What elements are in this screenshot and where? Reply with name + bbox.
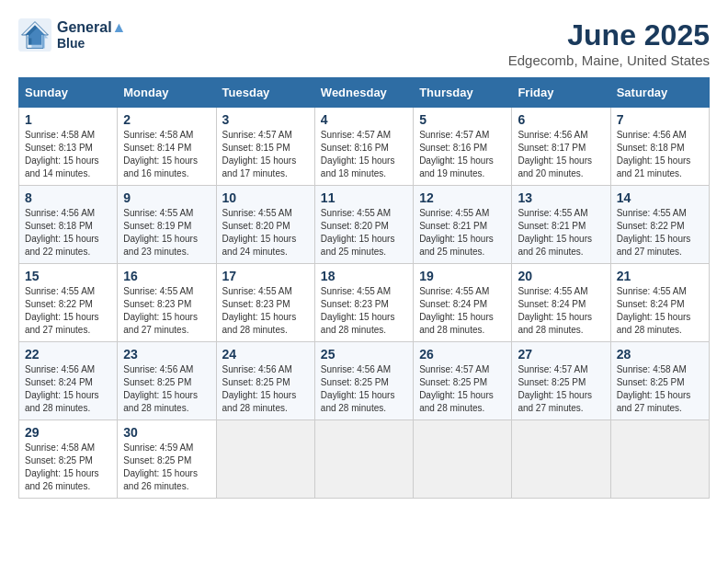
calendar-cell: 11Sunrise: 4:55 AMSunset: 8:20 PMDayligh… <box>314 186 413 264</box>
calendar-week-row: 8Sunrise: 4:56 AMSunset: 8:18 PMDaylight… <box>19 186 710 264</box>
day-number: 1 <box>25 112 111 127</box>
day-number: 4 <box>321 112 407 127</box>
calendar-header-row: SundayMondayTuesdayWednesdayThursdayFrid… <box>19 78 710 108</box>
calendar-cell <box>512 420 610 499</box>
day-info: Sunrise: 4:55 AMSunset: 8:23 PMDaylight:… <box>222 285 309 337</box>
title-block: June 2025 Edgecomb, Maine, United States <box>508 18 710 68</box>
calendar-cell: 7Sunrise: 4:56 AMSunset: 8:18 PMDaylight… <box>610 108 709 186</box>
calendar-cell: 30Sunrise: 4:59 AMSunset: 8:25 PMDayligh… <box>118 420 216 499</box>
day-info: Sunrise: 4:56 AMSunset: 8:25 PMDaylight:… <box>123 363 210 415</box>
calendar-cell: 25Sunrise: 4:56 AMSunset: 8:25 PMDayligh… <box>314 342 413 420</box>
calendar-week-row: 15Sunrise: 4:55 AMSunset: 8:22 PMDayligh… <box>19 264 710 342</box>
day-info: Sunrise: 4:58 AMSunset: 8:13 PMDaylight:… <box>25 129 111 180</box>
day-number: 30 <box>123 425 210 440</box>
header-thursday: Thursday <box>414 78 512 108</box>
calendar-cell: 5Sunrise: 4:57 AMSunset: 8:16 PMDaylight… <box>414 108 512 186</box>
calendar-cell: 26Sunrise: 4:57 AMSunset: 8:25 PMDayligh… <box>414 342 512 420</box>
day-info: Sunrise: 4:55 AMSunset: 8:24 PMDaylight:… <box>617 285 703 337</box>
calendar-cell: 23Sunrise: 4:56 AMSunset: 8:25 PMDayligh… <box>118 342 216 420</box>
header-sunday: Sunday <box>19 78 118 108</box>
calendar-week-row: 1Sunrise: 4:58 AMSunset: 8:13 PMDaylight… <box>19 108 710 186</box>
calendar-cell: 16Sunrise: 4:55 AMSunset: 8:23 PMDayligh… <box>118 264 216 342</box>
day-number: 16 <box>123 269 210 283</box>
logo: General▲ Blue <box>18 18 126 52</box>
day-info: Sunrise: 4:55 AMSunset: 8:22 PMDaylight:… <box>25 285 111 337</box>
calendar-cell: 24Sunrise: 4:56 AMSunset: 8:25 PMDayligh… <box>216 342 314 420</box>
day-number: 24 <box>222 347 309 362</box>
day-info: Sunrise: 4:55 AMSunset: 8:22 PMDaylight:… <box>617 207 703 259</box>
day-info: Sunrise: 4:55 AMSunset: 8:20 PMDaylight:… <box>222 207 309 259</box>
day-number: 3 <box>222 112 309 127</box>
day-number: 13 <box>518 190 604 205</box>
calendar-cell: 13Sunrise: 4:55 AMSunset: 8:21 PMDayligh… <box>512 186 610 264</box>
header-monday: Monday <box>118 78 216 108</box>
logo-text: General▲ Blue <box>57 18 126 52</box>
day-info: Sunrise: 4:55 AMSunset: 8:21 PMDaylight:… <box>419 207 506 259</box>
day-info: Sunrise: 4:55 AMSunset: 8:21 PMDaylight:… <box>518 207 604 259</box>
calendar-cell: 22Sunrise: 4:56 AMSunset: 8:24 PMDayligh… <box>19 342 118 420</box>
day-info: Sunrise: 4:55 AMSunset: 8:23 PMDaylight:… <box>321 285 407 337</box>
day-info: Sunrise: 4:56 AMSunset: 8:24 PMDaylight:… <box>25 363 111 415</box>
day-number: 25 <box>321 347 407 362</box>
day-info: Sunrise: 4:57 AMSunset: 8:16 PMDaylight:… <box>321 129 407 180</box>
calendar-cell: 2Sunrise: 4:58 AMSunset: 8:14 PMDaylight… <box>118 108 216 186</box>
day-info: Sunrise: 4:56 AMSunset: 8:25 PMDaylight:… <box>222 363 309 415</box>
day-info: Sunrise: 4:57 AMSunset: 8:15 PMDaylight:… <box>222 129 309 180</box>
logo-icon <box>18 18 51 52</box>
calendar-cell: 18Sunrise: 4:55 AMSunset: 8:23 PMDayligh… <box>314 264 413 342</box>
day-number: 8 <box>25 190 111 205</box>
calendar-cell: 15Sunrise: 4:55 AMSunset: 8:22 PMDayligh… <box>19 264 118 342</box>
calendar-cell: 29Sunrise: 4:58 AMSunset: 8:25 PMDayligh… <box>19 420 118 499</box>
calendar-cell: 9Sunrise: 4:55 AMSunset: 8:19 PMDaylight… <box>118 186 216 264</box>
day-number: 17 <box>222 269 309 283</box>
calendar-cell: 28Sunrise: 4:58 AMSunset: 8:25 PMDayligh… <box>610 342 709 420</box>
main-title: June 2025 <box>508 18 710 52</box>
header-saturday: Saturday <box>610 78 709 108</box>
day-number: 9 <box>123 190 210 205</box>
day-number: 12 <box>419 190 506 205</box>
day-number: 21 <box>617 269 703 283</box>
day-number: 18 <box>321 269 407 283</box>
calendar-cell: 8Sunrise: 4:56 AMSunset: 8:18 PMDaylight… <box>19 186 118 264</box>
calendar-cell: 14Sunrise: 4:55 AMSunset: 8:22 PMDayligh… <box>610 186 709 264</box>
day-info: Sunrise: 4:55 AMSunset: 8:20 PMDaylight:… <box>321 207 407 259</box>
day-number: 28 <box>617 347 703 362</box>
day-info: Sunrise: 4:56 AMSunset: 8:18 PMDaylight:… <box>25 207 111 259</box>
calendar-cell <box>610 420 709 499</box>
day-info: Sunrise: 4:58 AMSunset: 8:25 PMDaylight:… <box>25 442 111 493</box>
day-number: 29 <box>25 425 111 440</box>
day-info: Sunrise: 4:58 AMSunset: 8:14 PMDaylight:… <box>123 129 210 180</box>
day-number: 26 <box>419 347 506 362</box>
calendar-week-row: 22Sunrise: 4:56 AMSunset: 8:24 PMDayligh… <box>19 342 710 420</box>
day-info: Sunrise: 4:57 AMSunset: 8:25 PMDaylight:… <box>518 363 604 415</box>
header-wednesday: Wednesday <box>314 78 413 108</box>
day-info: Sunrise: 4:55 AMSunset: 8:24 PMDaylight:… <box>518 285 604 337</box>
day-number: 27 <box>518 347 604 362</box>
day-number: 11 <box>321 190 407 205</box>
calendar-table: SundayMondayTuesdayWednesdayThursdayFrid… <box>18 77 710 499</box>
day-number: 10 <box>222 190 309 205</box>
day-info: Sunrise: 4:55 AMSunset: 8:19 PMDaylight:… <box>123 207 210 259</box>
day-number: 22 <box>25 347 111 362</box>
calendar-cell: 19Sunrise: 4:55 AMSunset: 8:24 PMDayligh… <box>414 264 512 342</box>
day-number: 6 <box>518 112 604 127</box>
calendar-cell: 4Sunrise: 4:57 AMSunset: 8:16 PMDaylight… <box>314 108 413 186</box>
calendar-cell: 17Sunrise: 4:55 AMSunset: 8:23 PMDayligh… <box>216 264 314 342</box>
day-info: Sunrise: 4:55 AMSunset: 8:23 PMDaylight:… <box>123 285 210 337</box>
day-number: 19 <box>419 269 506 283</box>
calendar-cell <box>314 420 413 499</box>
calendar-cell <box>216 420 314 499</box>
calendar-cell: 1Sunrise: 4:58 AMSunset: 8:13 PMDaylight… <box>19 108 118 186</box>
day-info: Sunrise: 4:58 AMSunset: 8:25 PMDaylight:… <box>617 363 703 415</box>
day-info: Sunrise: 4:56 AMSunset: 8:17 PMDaylight:… <box>518 129 604 180</box>
day-info: Sunrise: 4:59 AMSunset: 8:25 PMDaylight:… <box>123 442 210 493</box>
calendar-week-row: 29Sunrise: 4:58 AMSunset: 8:25 PMDayligh… <box>19 420 710 499</box>
day-number: 14 <box>617 190 703 205</box>
day-number: 15 <box>25 269 111 283</box>
day-info: Sunrise: 4:56 AMSunset: 8:25 PMDaylight:… <box>321 363 407 415</box>
day-number: 20 <box>518 269 604 283</box>
page-header: General▲ Blue June 2025 Edgecomb, Maine,… <box>18 18 710 68</box>
day-info: Sunrise: 4:57 AMSunset: 8:25 PMDaylight:… <box>419 363 506 415</box>
calendar-cell: 10Sunrise: 4:55 AMSunset: 8:20 PMDayligh… <box>216 186 314 264</box>
day-number: 7 <box>617 112 703 127</box>
